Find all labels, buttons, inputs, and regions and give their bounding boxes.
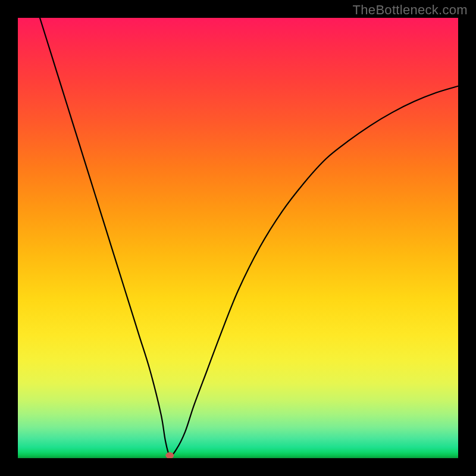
- minimum-marker: [166, 453, 174, 458]
- plot-area: [18, 18, 458, 458]
- watermark-label: TheBottleneck.com: [353, 2, 468, 18]
- bottleneck-curve-layer: [18, 18, 458, 458]
- bottleneck-curve: [40, 18, 458, 456]
- chart-frame: TheBottleneck.com: [0, 0, 476, 476]
